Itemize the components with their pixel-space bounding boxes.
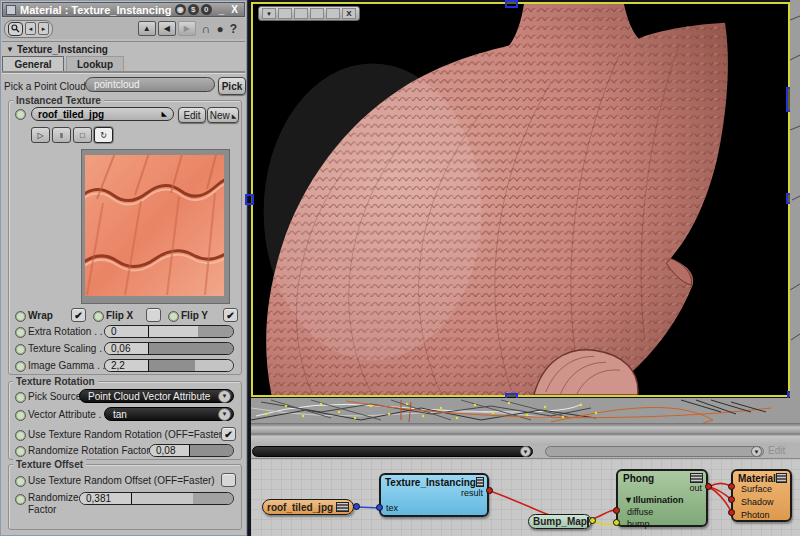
image-gamma-led-icon[interactable]	[15, 361, 26, 372]
help-button[interactable]: ?	[230, 22, 237, 36]
port-texture-out[interactable]	[353, 503, 360, 510]
pointcloud-wireframe-strip[interactable]	[251, 398, 800, 423]
texture-scaling-slider[interactable]: 0,06	[104, 342, 234, 355]
flipy-checkbox[interactable]: ✔	[223, 308, 238, 322]
tab-lookup[interactable]: Lookup	[66, 56, 124, 71]
wrap-checkbox[interactable]: ✔	[71, 308, 86, 322]
node-material[interactable]: Material Surface Shadow Photon	[731, 469, 792, 522]
port-tex-in[interactable]	[376, 504, 383, 511]
randomize-rotation-led-icon[interactable]	[15, 446, 26, 457]
port-shadow-in[interactable]	[728, 496, 735, 503]
port-bump-in[interactable]	[613, 519, 620, 526]
randomize-factor-led-icon[interactable]	[15, 494, 26, 505]
pick-source-dropdown[interactable]: Point Cloud Vector Attribute ▼	[79, 389, 234, 403]
texture-scaling-led-icon[interactable]	[15, 344, 26, 355]
viewport-button-1[interactable]	[278, 8, 292, 19]
pause-button[interactable]: ‖	[52, 127, 71, 143]
viewport-handle-left[interactable]	[245, 194, 254, 205]
node-menu-icon[interactable]	[690, 473, 703, 483]
vector-attribute-dropdown[interactable]: tan ▼	[104, 407, 234, 421]
randomize-rotation-track[interactable]	[190, 445, 233, 456]
next-button[interactable]: ▸	[38, 22, 49, 35]
pick-source-led-icon[interactable]	[15, 392, 26, 403]
horizontal-splitter[interactable]	[251, 423, 800, 445]
edit-label[interactable]: Edit	[768, 445, 785, 456]
tab-general[interactable]: General	[2, 56, 64, 71]
side-viewport-strip[interactable]	[790, 0, 800, 398]
port-result-out[interactable]	[486, 487, 493, 494]
texture-scaling-value[interactable]: 0,06	[105, 343, 149, 354]
point-cloud-input[interactable]: pointcloud	[85, 77, 215, 92]
port-diffuse-in[interactable]	[613, 507, 620, 514]
port-phong-out[interactable]	[705, 483, 712, 490]
edit-texture-button[interactable]: Edit	[178, 107, 206, 123]
viewport-button-3[interactable]	[310, 8, 324, 19]
window-titlebar[interactable]: Material : Texture_Instancing ◉ $ 0 _ X	[2, 2, 245, 17]
use-random-rotation-led-icon[interactable]	[15, 430, 26, 441]
shader-header[interactable]: ▼ Texture_Instancing	[2, 41, 245, 56]
history-forward-button[interactable]: ▶	[178, 21, 196, 36]
extra-rotation-led-icon[interactable]	[15, 327, 26, 338]
texture-select[interactable]: roof_tiled_jpg ◣	[31, 107, 174, 121]
texture-scaling-track[interactable]	[149, 343, 233, 354]
flipx-checkbox[interactable]	[146, 308, 161, 322]
viewport-toolbar[interactable]: ▼ X	[258, 6, 360, 21]
image-gamma-slider[interactable]: 2,2	[104, 359, 234, 372]
node-phong[interactable]: Phong out ▼Illumination diffuse bump	[616, 469, 708, 527]
node-menu-icon[interactable]	[336, 502, 349, 512]
randomize-rotation-value[interactable]: 0,08	[150, 445, 190, 456]
history-back-button[interactable]: ◀	[158, 21, 176, 36]
illumination-section[interactable]: ▼Illumination	[624, 495, 683, 505]
stop-button[interactable]: □	[73, 127, 92, 143]
perspective-viewport[interactable]	[251, 2, 790, 397]
node-menu-icon[interactable]	[776, 473, 787, 483]
image-gamma-value[interactable]: 2,2	[105, 360, 149, 371]
camera-icon[interactable]: ◉	[175, 4, 186, 15]
extra-rotation-value[interactable]: 0	[105, 326, 149, 337]
port-label-photon: Photon	[741, 510, 770, 520]
use-random-offset-led-icon[interactable]	[15, 476, 26, 487]
viewport-handle-top[interactable]	[505, 0, 518, 8]
node-roof-tiled-jpg[interactable]: roof_tiled_jpg	[262, 499, 354, 515]
pick-button[interactable]: Pick	[218, 77, 246, 95]
node-filter-dropdown[interactable]: ▼	[252, 446, 533, 457]
randomize-factor-value[interactable]: 0,381	[80, 493, 132, 504]
image-gamma-track[interactable]	[149, 360, 233, 371]
viewport-button-4[interactable]	[326, 8, 340, 19]
port-photon-in[interactable]	[728, 509, 735, 516]
viewport-close-button[interactable]: X	[342, 8, 356, 19]
play-button[interactable]: ▷	[31, 127, 50, 143]
port-bump-out[interactable]	[589, 517, 596, 524]
undo-icon[interactable]: ∩	[202, 22, 211, 36]
node-texture-instancing[interactable]: Texture_Instancing result tex	[379, 473, 489, 517]
promote-button[interactable]: ▲	[138, 21, 156, 36]
flipx-led-icon[interactable]	[93, 311, 104, 322]
minimize-button[interactable]: _	[219, 4, 225, 15]
node-preset-dropdown[interactable]: ▼	[545, 446, 764, 457]
port-surface-in[interactable]	[728, 483, 735, 490]
viewport-button-2[interactable]	[294, 8, 308, 19]
extra-rotation-slider[interactable]: 0	[104, 325, 234, 338]
loop-button[interactable]: ↻	[94, 127, 113, 143]
new-label: New	[210, 110, 230, 121]
wrap-led-icon[interactable]	[15, 311, 26, 322]
extra-rotation-track[interactable]	[149, 326, 233, 337]
node-menu-icon[interactable]	[476, 477, 484, 487]
use-random-offset-checkbox[interactable]	[221, 473, 236, 487]
close-button[interactable]: X	[231, 4, 238, 15]
viewport-collapse-button[interactable]: ▼	[262, 8, 276, 19]
snapshot-icon[interactable]: ●	[216, 22, 223, 36]
new-texture-button[interactable]: New ◣	[207, 107, 239, 123]
randomize-factor-track[interactable]	[132, 493, 233, 504]
node-bump-map[interactable]: Bump_Map	[528, 514, 592, 529]
flipy-led-icon[interactable]	[168, 311, 179, 322]
zero-icon[interactable]: 0	[201, 4, 212, 15]
vector-attribute-led-icon[interactable]	[15, 410, 26, 421]
prev-button[interactable]: ◂	[25, 22, 36, 35]
texture-led-icon[interactable]	[15, 109, 26, 120]
randomize-rotation-slider[interactable]: 0,08	[149, 444, 234, 457]
randomize-factor-slider[interactable]: 0,381	[79, 492, 234, 505]
use-random-rotation-checkbox[interactable]: ✔	[221, 427, 236, 441]
cycle-icon[interactable]: $	[188, 4, 199, 15]
key-icon[interactable]	[8, 22, 23, 36]
